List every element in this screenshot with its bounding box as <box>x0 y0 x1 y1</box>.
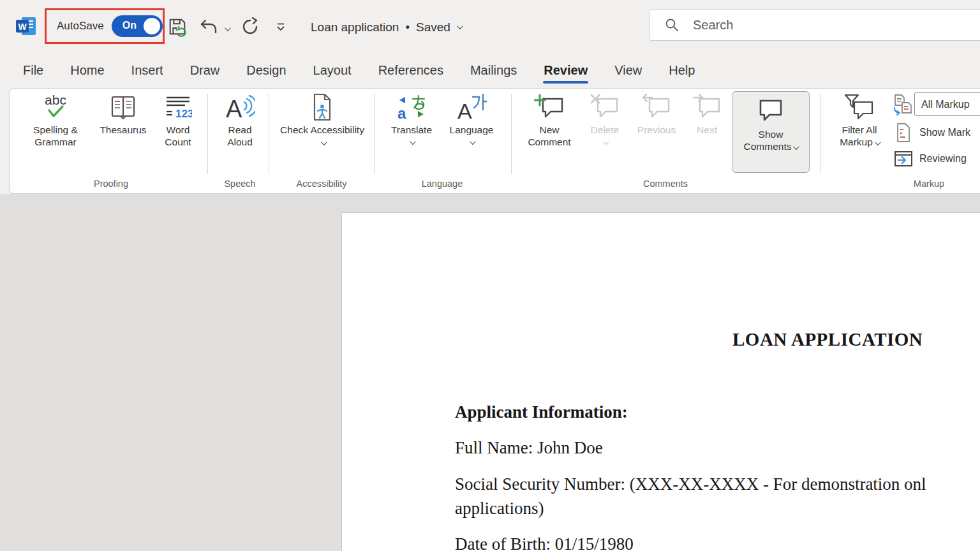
chevron-down-icon <box>602 138 609 145</box>
spelling-check-icon: abc <box>40 92 71 122</box>
doc-line-ssn-1[interactable]: Social Security Number: (XXX-XX-XXXX - F… <box>455 474 926 494</box>
autosave-toggle[interactable]: On <box>112 15 163 37</box>
tab-layout[interactable]: Layout <box>313 63 352 78</box>
title-separator: • <box>405 20 410 34</box>
check-accessibility-label: Check Accessibility <box>280 124 364 135</box>
redo-button[interactable] <box>237 14 263 40</box>
show-markup-label: Show Mark <box>919 127 970 138</box>
new-comment-button[interactable]: New Comment <box>520 92 579 149</box>
chevron-down-icon <box>409 138 415 145</box>
ribbon-tab-row: File Home Insert Draw Design Layout Refe… <box>0 54 695 86</box>
thesaurus-label: Thesaurus <box>100 124 146 136</box>
language-button[interactable]: A Language <box>442 92 501 145</box>
doc-line-dob[interactable]: Date of Birth: 01/15/1980 <box>455 534 634 551</box>
filter-markup-icon <box>844 93 875 121</box>
new-comment-label: New Comment <box>520 124 579 149</box>
tab-help[interactable]: Help <box>669 63 695 78</box>
svg-text:A: A <box>226 96 242 121</box>
read-aloud-button[interactable]: A Read Aloud <box>215 92 265 149</box>
chevron-down-icon <box>469 138 475 145</box>
document-status: Saved <box>416 20 450 34</box>
show-markup-button[interactable]: Show Mark <box>893 122 970 143</box>
thesaurus-book-icon <box>109 94 137 120</box>
group-separator <box>207 94 208 174</box>
translate-icon: a <box>396 93 427 121</box>
next-comment-button: Next <box>686 92 728 136</box>
read-aloud-label: Read Aloud <box>215 124 265 149</box>
document-title-area[interactable]: Loan application • Saved <box>311 0 461 54</box>
group-label-accessibility: Accessibility <box>269 179 375 189</box>
doc-heading-loan-application[interactable]: LOAN APPLICATION <box>732 329 923 350</box>
display-for-review-icon <box>893 94 914 115</box>
save-button[interactable] <box>165 14 190 40</box>
autosave-state: On <box>122 20 137 31</box>
undo-dropdown-chevron-icon[interactable] <box>225 25 231 31</box>
doc-line-full-name[interactable]: Full Name: John Doe <box>455 438 603 458</box>
tab-home[interactable]: Home <box>70 63 104 78</box>
group-label-language: Language <box>374 179 510 189</box>
spelling-grammar-label: Spelling & Grammar <box>19 124 93 149</box>
previous-comment-icon <box>642 94 671 121</box>
translate-button[interactable]: a Translate <box>383 92 440 145</box>
delete-comment-button: Delete <box>583 92 627 145</box>
chevron-down-icon <box>875 139 881 145</box>
undo-button[interactable] <box>197 14 222 40</box>
chevron-down-icon <box>321 139 327 145</box>
tab-mailings[interactable]: Mailings <box>470 63 517 78</box>
tab-design[interactable]: Design <box>246 63 286 78</box>
group-separator <box>374 94 375 174</box>
autosave-highlight-box: AutoSave On <box>45 8 165 44</box>
reviewing-pane-icon <box>894 150 913 168</box>
title-dropdown-chevron-icon[interactable] <box>457 23 463 29</box>
tab-file[interactable]: File <box>23 63 43 78</box>
svg-text:a: a <box>397 105 406 121</box>
previous-comment-label: Previous <box>637 124 676 136</box>
search-input[interactable] <box>693 18 935 33</box>
group-separator <box>269 94 269 174</box>
check-accessibility-button[interactable]: Check Accessibility <box>279 92 366 149</box>
group-label-markup: Markup <box>820 179 980 189</box>
spelling-grammar-button[interactable]: abc Spelling & Grammar <box>19 92 93 149</box>
svg-text:123: 123 <box>175 108 192 120</box>
search-box[interactable] <box>649 9 980 41</box>
new-comment-icon <box>534 94 565 121</box>
show-comments-icon <box>756 98 785 125</box>
ribbon: abc Spelling & Grammar <box>9 88 980 194</box>
redo-icon <box>241 17 260 36</box>
save-icon <box>167 17 188 37</box>
delete-comment-icon <box>590 94 620 121</box>
word-logo-icon: W <box>15 15 37 37</box>
group-label-comments: Comments <box>511 179 820 189</box>
accessibility-doc-icon <box>310 92 334 122</box>
delete-comment-label: Delete <box>591 124 620 136</box>
group-label-proofing: Proofing <box>19 179 204 189</box>
svg-text:A: A <box>457 99 472 121</box>
tab-references[interactable]: References <box>378 63 443 78</box>
previous-comment-button: Previous <box>630 92 683 136</box>
all-markup-dropdown[interactable]: All Markup <box>914 92 980 116</box>
tab-draw[interactable]: Draw <box>190 63 220 78</box>
show-comments-button[interactable]: Show Comments <box>732 91 810 173</box>
title-bar: W AutoSave On <box>0 0 980 54</box>
customize-toolbar-icon <box>275 22 286 32</box>
next-comment-icon <box>692 94 722 121</box>
tab-insert[interactable]: Insert <box>131 63 163 78</box>
translate-label: Translate <box>391 124 432 136</box>
document-page[interactable]: LOAN APPLICATION Applicant Information: … <box>341 212 980 551</box>
doc-line-ssn-2[interactable]: applications) <box>455 499 544 518</box>
thesaurus-button[interactable]: Thesaurus <box>93 92 154 136</box>
word-count-icon: 123 <box>164 94 192 121</box>
read-aloud-icon: A <box>225 93 255 121</box>
tab-view[interactable]: View <box>614 63 642 78</box>
chevron-down-icon <box>793 143 799 150</box>
document-canvas: LOAN APPLICATION Applicant Information: … <box>0 194 980 551</box>
svg-text:abc: abc <box>45 92 66 107</box>
search-icon <box>665 18 679 32</box>
reviewing-pane-button[interactable]: Reviewing <box>893 150 967 168</box>
doc-section-heading[interactable]: Applicant Information: <box>455 402 628 422</box>
filter-all-markup-button[interactable]: Filter All Markup <box>829 92 890 149</box>
toggle-knob <box>144 18 160 34</box>
word-count-button[interactable]: 123 Word Count <box>154 92 202 149</box>
customize-quick-access-button[interactable] <box>268 14 293 40</box>
tab-review[interactable]: Review <box>544 63 588 78</box>
